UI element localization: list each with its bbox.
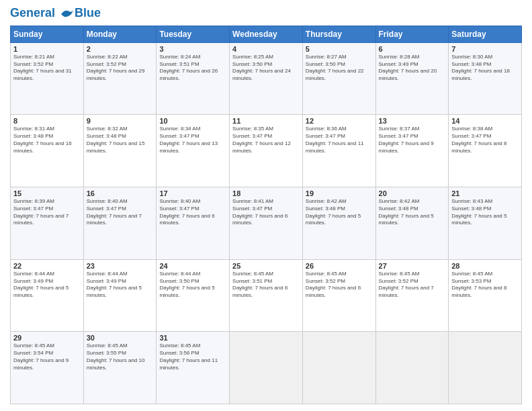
day-info: Sunrise: 8:30 AMSunset: 3:48 PMDaylight:… [451,54,519,83]
day-info: Sunrise: 8:45 AMSunset: 3:55 PMDaylight:… [87,342,154,371]
calendar-cell: 29Sunrise: 8:45 AMSunset: 3:54 PMDayligh… [11,332,84,404]
col-header-sunday: Sunday [11,26,84,42]
day-info: Sunrise: 8:36 AMSunset: 3:47 PMDaylight:… [306,126,373,154]
calendar-cell: 30Sunrise: 8:45 AMSunset: 3:55 PMDayligh… [83,332,157,404]
logo-bird-icon [60,7,75,19]
calendar-cell: 11Sunrise: 8:35 AMSunset: 3:47 PMDayligh… [230,115,303,187]
calendar-cell [230,332,303,404]
day-number: 8 [13,117,81,125]
day-info: Sunrise: 8:45 AMSunset: 3:53 PMDaylight:… [451,271,519,300]
day-number: 7 [451,45,519,53]
day-info: Sunrise: 8:44 AMSunset: 3:49 PMDaylight:… [13,271,81,300]
day-number: 22 [13,262,81,270]
day-info: Sunrise: 8:45 AMSunset: 3:52 PMDaylight:… [306,271,373,300]
day-info: Sunrise: 8:34 AMSunset: 3:47 PMDaylight:… [159,126,226,154]
day-number: 5 [306,45,373,53]
logo: General Blue [10,7,101,20]
day-number: 18 [232,189,300,197]
header: General Blue [10,7,522,20]
calendar-cell: 22Sunrise: 8:44 AMSunset: 3:49 PMDayligh… [11,259,84,332]
day-number: 26 [306,262,373,270]
day-number: 31 [159,334,226,342]
day-number: 20 [379,189,446,197]
day-info: Sunrise: 8:45 AMSunset: 3:51 PMDaylight:… [232,271,300,300]
calendar-cell [449,332,522,404]
logo-blue: Blue [75,7,101,20]
day-number: 28 [451,262,519,270]
day-info: Sunrise: 8:45 AMSunset: 3:54 PMDaylight:… [13,342,81,371]
day-number: 12 [306,117,373,125]
day-info: Sunrise: 8:43 AMSunset: 3:48 PMDaylight:… [451,198,519,227]
day-info: Sunrise: 8:42 AMSunset: 3:48 PMDaylight:… [306,198,373,227]
calendar-cell: 1Sunrise: 8:21 AMSunset: 3:52 PMDaylight… [11,42,84,115]
calendar-cell: 13Sunrise: 8:37 AMSunset: 3:47 PMDayligh… [375,115,449,187]
day-info: Sunrise: 8:37 AMSunset: 3:47 PMDaylight:… [379,126,446,154]
day-number: 4 [232,45,300,53]
col-header-wednesday: Wednesday [230,26,303,42]
calendar-cell: 8Sunrise: 8:31 AMSunset: 3:48 PMDaylight… [11,115,84,187]
day-info: Sunrise: 8:28 AMSunset: 3:49 PMDaylight:… [379,54,446,83]
calendar-cell: 25Sunrise: 8:45 AMSunset: 3:51 PMDayligh… [230,259,303,332]
day-info: Sunrise: 8:38 AMSunset: 3:47 PMDaylight:… [451,126,519,154]
day-info: Sunrise: 8:24 AMSunset: 3:51 PMDaylight:… [159,54,226,83]
day-number: 25 [232,262,300,270]
day-number: 29 [13,334,81,342]
calendar-cell [375,332,449,404]
day-info: Sunrise: 8:44 AMSunset: 3:50 PMDaylight:… [159,271,226,300]
col-header-saturday: Saturday [449,26,522,42]
col-header-monday: Monday [83,26,157,42]
day-number: 2 [87,45,154,53]
day-number: 14 [451,117,519,125]
calendar-cell: 9Sunrise: 8:32 AMSunset: 3:48 PMDaylight… [83,115,157,187]
calendar-cell: 6Sunrise: 8:28 AMSunset: 3:49 PMDaylight… [375,42,449,115]
calendar-cell: 5Sunrise: 8:27 AMSunset: 3:50 PMDaylight… [302,42,375,115]
calendar-cell: 14Sunrise: 8:38 AMSunset: 3:47 PMDayligh… [449,115,522,187]
calendar-cell: 3Sunrise: 8:24 AMSunset: 3:51 PMDaylight… [157,42,230,115]
day-info: Sunrise: 8:45 AMSunset: 3:52 PMDaylight:… [379,271,446,300]
day-number: 19 [306,189,373,197]
calendar-cell: 20Sunrise: 8:42 AMSunset: 3:48 PMDayligh… [375,187,449,260]
day-info: Sunrise: 8:31 AMSunset: 3:48 PMDaylight:… [13,126,81,154]
day-info: Sunrise: 8:39 AMSunset: 3:47 PMDaylight:… [13,198,81,227]
day-number: 6 [379,45,446,53]
calendar-cell: 15Sunrise: 8:39 AMSunset: 3:47 PMDayligh… [11,187,84,260]
day-number: 30 [87,334,154,342]
day-info: Sunrise: 8:40 AMSunset: 3:47 PMDaylight:… [87,198,154,227]
col-header-thursday: Thursday [302,26,375,42]
calendar-cell: 28Sunrise: 8:45 AMSunset: 3:53 PMDayligh… [449,259,522,332]
calendar-cell: 2Sunrise: 8:22 AMSunset: 3:52 PMDaylight… [83,42,157,115]
calendar-table: SundayMondayTuesdayWednesdayThursdayFrid… [10,26,522,404]
day-number: 1 [13,45,81,53]
day-info: Sunrise: 8:22 AMSunset: 3:52 PMDaylight:… [87,54,154,83]
calendar-cell [302,332,375,404]
calendar-cell: 16Sunrise: 8:40 AMSunset: 3:47 PMDayligh… [83,187,157,260]
col-header-tuesday: Tuesday [157,26,230,42]
day-info: Sunrise: 8:40 AMSunset: 3:47 PMDaylight:… [159,198,226,227]
day-info: Sunrise: 8:35 AMSunset: 3:47 PMDaylight:… [232,126,300,154]
day-info: Sunrise: 8:42 AMSunset: 3:48 PMDaylight:… [379,198,446,227]
calendar-cell: 17Sunrise: 8:40 AMSunset: 3:47 PMDayligh… [157,187,230,260]
day-number: 11 [232,117,300,125]
day-info: Sunrise: 8:25 AMSunset: 3:50 PMDaylight:… [232,54,300,83]
calendar-cell: 4Sunrise: 8:25 AMSunset: 3:50 PMDaylight… [230,42,303,115]
day-number: 17 [159,189,226,197]
day-number: 24 [159,262,226,270]
day-number: 15 [13,189,81,197]
day-info: Sunrise: 8:44 AMSunset: 3:49 PMDaylight:… [87,271,154,300]
calendar-cell: 27Sunrise: 8:45 AMSunset: 3:52 PMDayligh… [375,259,449,332]
day-number: 10 [159,117,226,125]
calendar-cell: 23Sunrise: 8:44 AMSunset: 3:49 PMDayligh… [83,259,157,332]
calendar-cell: 31Sunrise: 8:45 AMSunset: 3:56 PMDayligh… [157,332,230,404]
day-number: 21 [451,189,519,197]
day-info: Sunrise: 8:45 AMSunset: 3:56 PMDaylight:… [159,342,226,371]
day-number: 9 [87,117,154,125]
day-number: 13 [379,117,446,125]
day-number: 23 [87,262,154,270]
logo-general: General [10,6,55,19]
day-info: Sunrise: 8:27 AMSunset: 3:50 PMDaylight:… [306,54,373,83]
day-number: 27 [379,262,446,270]
calendar-cell: 24Sunrise: 8:44 AMSunset: 3:50 PMDayligh… [157,259,230,332]
day-number: 16 [87,189,154,197]
calendar-cell: 26Sunrise: 8:45 AMSunset: 3:52 PMDayligh… [302,259,375,332]
calendar-cell: 18Sunrise: 8:41 AMSunset: 3:47 PMDayligh… [230,187,303,260]
